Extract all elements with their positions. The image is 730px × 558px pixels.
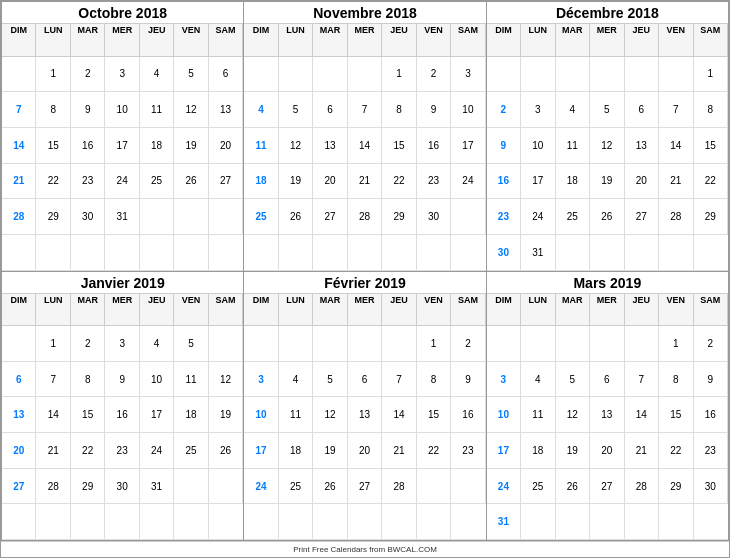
cal-day-cell: 5 bbox=[556, 362, 590, 398]
cal-day-cell bbox=[279, 504, 313, 540]
cal-day-cell bbox=[521, 504, 555, 540]
cal-day-cell: 23 bbox=[417, 164, 451, 200]
cal-day-cell: 2 bbox=[71, 57, 105, 93]
day-header-sam: SAM bbox=[694, 293, 728, 327]
day-header-sam: SAM bbox=[451, 23, 485, 57]
cal-day-cell bbox=[625, 235, 659, 271]
cal-day-cell: 14 bbox=[36, 397, 70, 433]
cal-day-cell bbox=[382, 504, 416, 540]
cal-day-cell bbox=[625, 57, 659, 93]
cal-day-cell: 5 bbox=[590, 92, 624, 128]
cal-day-cell: 7 bbox=[36, 362, 70, 398]
cal-day-cell: 19 bbox=[313, 433, 347, 469]
day-header-ven: VEN bbox=[174, 293, 208, 327]
cal-day-cell bbox=[209, 326, 243, 362]
cal-day-cell: 24 bbox=[105, 164, 139, 200]
cal-day-cell bbox=[313, 326, 347, 362]
cal-day-cell: 22 bbox=[694, 164, 728, 200]
day-header-lun: LUN bbox=[279, 293, 313, 327]
cal-day-cell: 10 bbox=[487, 397, 521, 433]
cal-day-cell: 14 bbox=[2, 128, 36, 164]
cal-day-cell bbox=[521, 326, 555, 362]
cal-day-cell: 22 bbox=[382, 164, 416, 200]
cal-day-cell bbox=[348, 235, 382, 271]
cal-day-cell: 16 bbox=[105, 397, 139, 433]
cal-day-cell bbox=[313, 504, 347, 540]
cal-day-cell: 8 bbox=[382, 92, 416, 128]
cal-day-cell bbox=[279, 235, 313, 271]
day-header-lun: LUN bbox=[521, 23, 555, 57]
cal-day-cell: 5 bbox=[174, 326, 208, 362]
cal-day-cell: 26 bbox=[209, 433, 243, 469]
cal-day-cell bbox=[2, 504, 36, 540]
cal-day-cell: 6 bbox=[313, 92, 347, 128]
cal-grid-mar2019: DIMLUNMARMERJEUVENSAM1234567891011121314… bbox=[487, 293, 728, 541]
day-header-mer: MER bbox=[105, 23, 139, 57]
cal-day-cell bbox=[382, 326, 416, 362]
cal-day-cell: 26 bbox=[556, 469, 590, 505]
day-header-sam: SAM bbox=[451, 293, 485, 327]
day-header-mer: MER bbox=[105, 293, 139, 327]
cal-day-cell: 30 bbox=[71, 199, 105, 235]
day-header-lun: LUN bbox=[36, 23, 70, 57]
calendar-title-nov2018: Novembre 2018 bbox=[244, 2, 485, 23]
cal-day-cell: 6 bbox=[348, 362, 382, 398]
cal-day-cell: 11 bbox=[174, 362, 208, 398]
cal-day-cell: 1 bbox=[36, 326, 70, 362]
cal-day-cell bbox=[521, 57, 555, 93]
cal-day-cell: 31 bbox=[487, 504, 521, 540]
calendar-title-mar2019: Mars 2019 bbox=[487, 272, 728, 293]
cal-day-cell: 23 bbox=[71, 164, 105, 200]
cal-day-cell: 14 bbox=[659, 128, 693, 164]
cal-day-cell bbox=[451, 504, 485, 540]
day-header-mer: MER bbox=[348, 293, 382, 327]
cal-day-cell: 7 bbox=[659, 92, 693, 128]
cal-day-cell bbox=[209, 504, 243, 540]
day-header-mar: MAR bbox=[71, 293, 105, 327]
cal-day-cell bbox=[313, 57, 347, 93]
cal-day-cell: 19 bbox=[279, 164, 313, 200]
footer: Print Free Calendars from BWCAL.COM bbox=[1, 541, 729, 557]
day-header-ven: VEN bbox=[659, 23, 693, 57]
cal-day-cell: 11 bbox=[244, 128, 278, 164]
calendar-nov2018: Novembre 2018DIMLUNMARMERJEUVENSAM123456… bbox=[244, 2, 486, 272]
cal-day-cell bbox=[382, 235, 416, 271]
day-header-jeu: JEU bbox=[140, 23, 174, 57]
cal-day-cell: 9 bbox=[694, 362, 728, 398]
cal-day-cell: 12 bbox=[174, 92, 208, 128]
cal-day-cell: 16 bbox=[451, 397, 485, 433]
cal-day-cell bbox=[451, 235, 485, 271]
cal-day-cell: 7 bbox=[625, 362, 659, 398]
cal-day-cell: 1 bbox=[417, 326, 451, 362]
cal-day-cell: 20 bbox=[2, 433, 36, 469]
day-header-lun: LUN bbox=[521, 293, 555, 327]
cal-day-cell: 4 bbox=[556, 92, 590, 128]
cal-day-cell: 6 bbox=[2, 362, 36, 398]
cal-day-cell: 27 bbox=[313, 199, 347, 235]
cal-day-cell: 22 bbox=[417, 433, 451, 469]
day-header-ven: VEN bbox=[417, 293, 451, 327]
cal-day-cell: 21 bbox=[2, 164, 36, 200]
day-header-mar: MAR bbox=[556, 293, 590, 327]
cal-day-cell bbox=[556, 235, 590, 271]
cal-day-cell: 21 bbox=[659, 164, 693, 200]
cal-day-cell: 3 bbox=[244, 362, 278, 398]
cal-day-cell: 17 bbox=[140, 397, 174, 433]
cal-day-cell: 19 bbox=[556, 433, 590, 469]
cal-day-cell: 13 bbox=[313, 128, 347, 164]
cal-day-cell: 4 bbox=[279, 362, 313, 398]
cal-day-cell: 2 bbox=[487, 92, 521, 128]
cal-day-cell: 25 bbox=[521, 469, 555, 505]
cal-day-cell: 19 bbox=[174, 128, 208, 164]
cal-day-cell: 23 bbox=[487, 199, 521, 235]
cal-day-cell: 20 bbox=[209, 128, 243, 164]
cal-day-cell bbox=[348, 326, 382, 362]
cal-day-cell: 10 bbox=[451, 92, 485, 128]
cal-day-cell bbox=[36, 235, 70, 271]
cal-day-cell bbox=[659, 504, 693, 540]
cal-day-cell: 25 bbox=[174, 433, 208, 469]
cal-day-cell: 29 bbox=[36, 199, 70, 235]
cal-day-cell: 24 bbox=[521, 199, 555, 235]
cal-day-cell: 22 bbox=[36, 164, 70, 200]
day-header-dim: DIM bbox=[244, 23, 278, 57]
